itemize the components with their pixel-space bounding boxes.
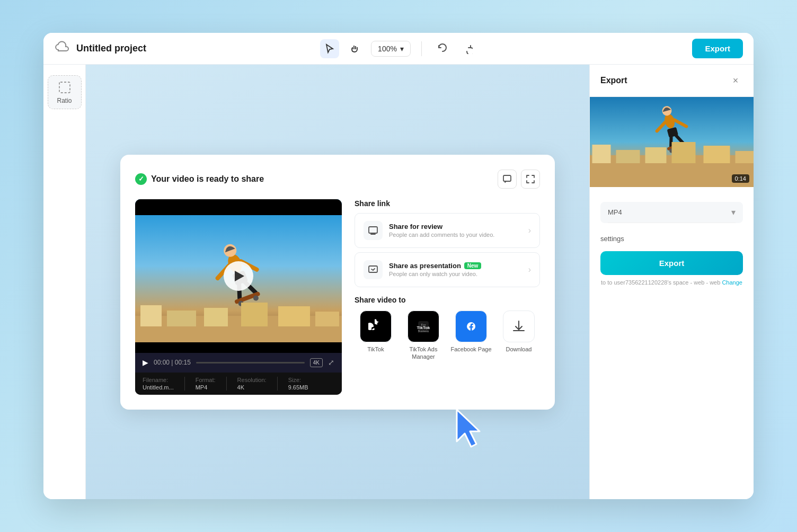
svg-rect-35 bbox=[736, 151, 754, 163]
video-player: ▶ 00:00 | 00:15 4K ⤢ bbox=[135, 199, 342, 395]
expand-button[interactable] bbox=[521, 170, 540, 189]
video-controls: ▶ 00:00 | 00:15 4K ⤢ bbox=[135, 353, 342, 373]
meta-resolution: Resolution: 4K bbox=[237, 377, 267, 391]
share-presentation-title: Share as presentation New bbox=[389, 262, 481, 270]
share-review-chevron: › bbox=[528, 226, 531, 235]
modal-actions bbox=[498, 170, 540, 189]
redo-button[interactable] bbox=[458, 39, 477, 58]
export-options: MP4 ▾ settings Export to to user73562211… bbox=[590, 187, 754, 294]
undo-button[interactable] bbox=[432, 39, 451, 58]
comment-button[interactable] bbox=[498, 170, 517, 189]
svg-rect-15 bbox=[369, 227, 377, 233]
share-link-title: Share link bbox=[355, 199, 540, 208]
tiktok-icon bbox=[360, 311, 392, 342]
svg-rect-34 bbox=[704, 146, 730, 163]
new-badge: New bbox=[464, 262, 482, 269]
project-title: Untitled project bbox=[76, 43, 146, 54]
hand-tool-button[interactable] bbox=[346, 39, 365, 58]
zoom-control[interactable]: 100% ▾ bbox=[371, 41, 411, 57]
tiktok-label: TikTok bbox=[367, 345, 384, 353]
svg-rect-11 bbox=[204, 308, 228, 326]
export-panel: Export × bbox=[589, 65, 754, 499]
header-right: Export bbox=[477, 39, 743, 58]
sidebar: Ratio bbox=[43, 65, 86, 499]
svg-rect-33 bbox=[672, 142, 696, 163]
thumbnail-preview: 0:14 bbox=[590, 97, 754, 187]
tiktok-ads-share-button[interactable]: TikTok For Business TikTok Ads Manager bbox=[402, 311, 445, 361]
svg-rect-13 bbox=[278, 306, 310, 326]
share-review-title: Share for review bbox=[389, 223, 494, 230]
social-grid: TikTok TikTok For Business bbox=[355, 311, 540, 361]
ready-text: Your video is ready to share bbox=[151, 174, 264, 184]
tiktok-share-button[interactable]: TikTok bbox=[355, 311, 397, 361]
black-top bbox=[135, 199, 342, 215]
share-for-review-option[interactable]: Share for review People can add comments… bbox=[355, 213, 540, 248]
export-panel-title: Export bbox=[600, 76, 627, 85]
ratio-tool[interactable]: Ratio bbox=[48, 75, 82, 109]
svg-rect-0 bbox=[59, 82, 70, 93]
tiktok-ads-label: TikTok Ads Manager bbox=[402, 345, 445, 361]
change-link[interactable]: Change bbox=[722, 279, 742, 286]
select-tool-button[interactable] bbox=[320, 39, 339, 58]
export-main-button[interactable]: Export bbox=[600, 251, 743, 275]
svg-rect-32 bbox=[645, 147, 667, 163]
share-review-icon bbox=[364, 221, 383, 240]
svg-rect-12 bbox=[241, 303, 268, 326]
app-window: Untitled project 100% ▾ bbox=[43, 33, 754, 499]
download-label: Download bbox=[506, 345, 532, 353]
export-panel-header: Export × bbox=[590, 65, 754, 97]
facebook-share-button[interactable]: Facebook Page bbox=[450, 311, 492, 361]
duration-badge: 0:14 bbox=[732, 174, 749, 183]
play-button[interactable] bbox=[224, 261, 253, 291]
cursor-arrow bbox=[449, 407, 491, 457]
share-panel: Share link bbox=[355, 199, 540, 395]
fullscreen-button[interactable]: ⤢ bbox=[328, 358, 334, 367]
share-review-desc: People can add comments to your video. bbox=[389, 232, 494, 238]
facebook-icon bbox=[455, 311, 487, 342]
export-format-row: MP4 ▾ bbox=[608, 202, 736, 223]
meta-filename: Filename: Untitled.m... bbox=[143, 377, 174, 391]
modal-content: ▶ 00:00 | 00:15 4K ⤢ bbox=[135, 199, 540, 395]
svg-rect-9 bbox=[140, 305, 162, 326]
svg-text:For: For bbox=[421, 323, 426, 326]
svg-text:Business: Business bbox=[418, 330, 429, 333]
modal-header: ✓ Your video is ready to share bbox=[135, 170, 540, 189]
header-center: 100% ▾ bbox=[320, 39, 477, 58]
progress-bar[interactable] bbox=[196, 362, 305, 363]
export-panel-close-button[interactable]: × bbox=[728, 73, 743, 88]
header-left: Untitled project bbox=[54, 39, 320, 58]
header: Untitled project 100% ▾ bbox=[43, 33, 754, 65]
zoom-level: 100% bbox=[378, 45, 397, 53]
check-icon: ✓ bbox=[135, 173, 147, 185]
video-meta: Filename: Untitled.m... Format: MP4 Reso… bbox=[135, 373, 342, 395]
svg-rect-31 bbox=[616, 150, 640, 163]
settings-label: settings bbox=[600, 229, 743, 246]
download-icon bbox=[503, 311, 535, 342]
video-scene bbox=[135, 199, 342, 353]
facebook-label: Facebook Page bbox=[450, 345, 491, 353]
download-share-button[interactable]: Download bbox=[498, 311, 540, 361]
meta-size: Size: 9.65MB bbox=[288, 377, 308, 391]
svg-rect-14 bbox=[315, 312, 339, 326]
share-presentation-desc: People can only watch your video. bbox=[389, 271, 481, 277]
share-video-title: Share video to bbox=[355, 296, 540, 304]
time-display: 00:00 | 00:15 bbox=[154, 359, 191, 366]
svg-rect-8 bbox=[135, 316, 342, 342]
save-to-text: to to user7356221120228's space - web - … bbox=[600, 279, 743, 286]
zoom-dropdown-icon: ▾ bbox=[400, 45, 404, 53]
share-as-presentation-option[interactable]: Share as presentation New People can onl… bbox=[355, 252, 540, 287]
share-presentation-chevron: › bbox=[528, 265, 531, 274]
video-modal: ✓ Your video is ready to share bbox=[120, 155, 555, 410]
main-area: Ratio ✓ Your video is ready to share bbox=[43, 65, 754, 499]
svg-marker-21 bbox=[457, 410, 480, 447]
export-format-label: MP4 bbox=[608, 208, 622, 216]
svg-rect-30 bbox=[592, 145, 611, 163]
meta-format: Format: MP4 bbox=[196, 377, 216, 391]
tiktok-ads-icon: TikTok For Business bbox=[408, 311, 439, 342]
export-format-dropdown[interactable]: ▾ bbox=[728, 207, 736, 217]
header-divider bbox=[421, 41, 422, 56]
ratio-label: Ratio bbox=[57, 97, 72, 104]
canvas-area: ✓ Your video is ready to share bbox=[86, 65, 589, 499]
export-header-button[interactable]: Export bbox=[692, 39, 743, 58]
play-pause-button[interactable]: ▶ bbox=[143, 358, 148, 367]
